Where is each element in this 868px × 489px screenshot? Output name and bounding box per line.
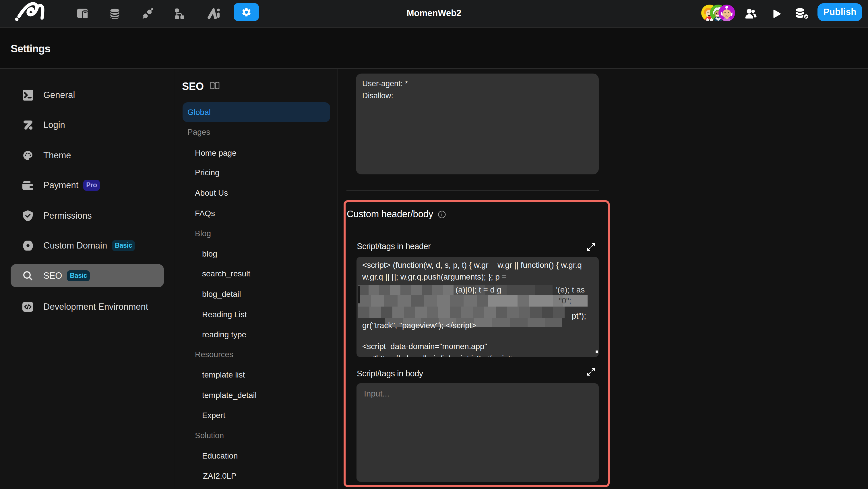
svg-text:'(e); t as: '(e); t as — [556, 285, 585, 294]
svg-text:(a)[0]; t = d g: (a)[0]; t = d g — [456, 285, 501, 294]
svg-text:"0";: "0"; — [559, 296, 571, 305]
